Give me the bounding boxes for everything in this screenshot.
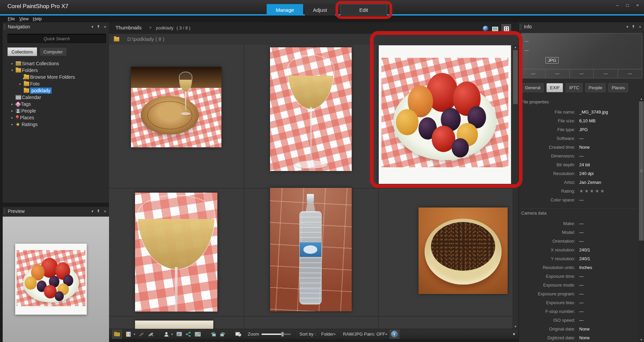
menu-help[interactable]: Help xyxy=(33,16,42,21)
glass-bowl xyxy=(425,219,501,285)
collapse-toolbar-icon[interactable]: ▾ xyxy=(513,332,515,337)
tree-item-folders[interactable]: ▾ Folders xyxy=(3,67,109,74)
expander-icon[interactable]: ▸ xyxy=(18,82,23,86)
minimize-icon[interactable]: – xyxy=(615,3,620,8)
tab-general[interactable]: General xyxy=(521,83,544,92)
menu-view[interactable]: View xyxy=(19,16,29,21)
folder-path: D:\podklady ( 8 ) xyxy=(127,36,164,42)
thumbnail-wine-glass-closeup[interactable] xyxy=(135,193,217,312)
tree-item-foto[interactable]: ▸ Foto xyxy=(3,80,109,87)
table-row: Y resolution:240/1 xyxy=(519,254,637,263)
info-list-button[interactable] xyxy=(124,330,133,339)
close-icon[interactable]: × xyxy=(104,209,106,214)
raw-jpg-pairs-toggle[interactable]: RAW/JPG Pairs: OFF xyxy=(343,332,385,337)
panel-grip[interactable] xyxy=(3,209,6,215)
close-icon[interactable]: × xyxy=(639,24,641,29)
zoom-slider[interactable] xyxy=(262,334,291,335)
quick-review-button[interactable] xyxy=(137,330,146,339)
tree-item-browse-more-folders[interactable]: Browse More Folders xyxy=(3,74,109,80)
tab-places[interactable]: Places xyxy=(608,83,628,92)
tree-item-ratings[interactable]: ▸ ★ Ratings xyxy=(3,121,109,128)
scrollbar-grip xyxy=(640,170,643,172)
panel-menu-icon[interactable]: ▾ xyxy=(91,209,93,214)
tab-collections[interactable]: Collections xyxy=(7,47,37,56)
water-bottle xyxy=(298,194,323,305)
expander-icon[interactable]: ▸ xyxy=(9,102,15,106)
thumbnail-mode-button[interactable] xyxy=(502,24,511,33)
expander-icon[interactable]: ▸ xyxy=(9,123,15,126)
scroll-down-icon[interactable]: ▾ xyxy=(512,324,518,329)
tab-exif[interactable]: EXIF xyxy=(546,83,563,92)
panel-grip[interactable] xyxy=(519,24,522,30)
dropdown-icon[interactable]: ▾ xyxy=(334,333,336,336)
tree-item-tags[interactable]: ▸ Tags xyxy=(3,101,109,107)
thumbnail-water-bottle[interactable] xyxy=(270,188,352,311)
thumbnail-partial[interactable] xyxy=(135,320,213,329)
organizer-icon xyxy=(114,331,120,337)
rating-stars[interactable]: ★★★★★ xyxy=(579,188,606,194)
share-icon xyxy=(185,331,191,337)
tab-people[interactable]: People xyxy=(585,83,606,92)
dropdown-icon[interactable]: ▾ xyxy=(385,333,387,336)
geotag-button[interactable] xyxy=(193,330,203,339)
breadcrumb-folder[interactable]: podklady xyxy=(156,25,173,30)
panel-menu-icon[interactable]: ▾ xyxy=(626,25,628,29)
expander-icon[interactable]: ▾ xyxy=(9,69,15,72)
tab-iptc[interactable]: IPTC xyxy=(566,83,583,92)
close-icon[interactable]: × xyxy=(104,24,106,29)
quick-search-input[interactable] xyxy=(7,34,106,43)
tab-manage[interactable]: Manage xyxy=(267,4,303,16)
tree-item-calendar[interactable]: Calendar xyxy=(3,94,109,101)
pin-icon[interactable] xyxy=(97,25,100,29)
show-organizer-button[interactable] xyxy=(112,330,122,339)
expander-icon[interactable]: ▸ xyxy=(9,116,15,119)
scroll-up-icon[interactable]: ▴ xyxy=(512,45,518,49)
table-row: Original date:None xyxy=(519,324,637,333)
tree-item-people[interactable]: ▸ People xyxy=(3,107,109,114)
dropdown-icon[interactable]: ▾ xyxy=(134,333,135,336)
table-row: X resolution:240/1 xyxy=(519,245,637,254)
expander-icon[interactable]: ▸ xyxy=(9,109,15,113)
tree-item-smart-collections[interactable]: ▸ Smart Collections xyxy=(3,60,109,67)
export-frame-button[interactable] xyxy=(174,330,184,339)
preview-mode-icon[interactable] xyxy=(492,27,498,31)
folder-group-bar[interactable]: D:\podklady ( 8 ) xyxy=(109,34,518,45)
tab-edit[interactable]: Edit xyxy=(340,4,387,16)
menu-file[interactable]: File xyxy=(8,16,15,21)
info-toggle-button[interactable]: i xyxy=(390,330,399,339)
tree-item-podklady[interactable]: podklady xyxy=(3,87,109,94)
grid-divider xyxy=(109,316,512,317)
batch-edit-button[interactable] xyxy=(146,330,156,339)
table-row: Resolution:240 dpi xyxy=(519,169,637,178)
thumbnail-fruit-plate[interactable] xyxy=(379,45,511,184)
tree-item-places[interactable]: ▸ Places xyxy=(3,114,109,121)
tab-computer[interactable]: Computer xyxy=(39,47,67,56)
maximize-icon[interactable]: □ xyxy=(625,3,630,8)
scrollbar-thumb[interactable] xyxy=(513,50,518,104)
expander-icon[interactable]: ▸ xyxy=(9,62,15,65)
share-button[interactable] xyxy=(184,330,193,339)
thumbnail-wooden-plate-wine[interactable] xyxy=(131,67,221,147)
close-icon[interactable]: × xyxy=(635,3,640,8)
sort-by-value[interactable]: Folder xyxy=(321,332,334,337)
dropdown-icon[interactable]: ▾ xyxy=(171,333,173,336)
panel-grip[interactable] xyxy=(3,24,6,30)
thumbnail-wine-glass[interactable] xyxy=(270,47,352,171)
slider-thumb[interactable] xyxy=(281,332,284,337)
scroll-up-icon[interactable]: ▴ xyxy=(639,96,644,101)
tab-adjust[interactable]: Adjust xyxy=(305,4,335,16)
rotate-left-button[interactable] xyxy=(209,330,218,339)
thumbnail-coffee-beans[interactable] xyxy=(419,207,508,294)
breadcrumb-root[interactable]: Thumbnails xyxy=(115,25,142,30)
rotate-left-icon xyxy=(210,331,217,337)
browse-folders-icon xyxy=(24,75,29,79)
scroll-down-icon[interactable]: ▾ xyxy=(639,337,644,342)
panel-menu-icon[interactable]: ▾ xyxy=(91,25,93,29)
capture-time-button[interactable] xyxy=(234,330,243,339)
people-tag-button[interactable] xyxy=(162,330,171,339)
rotate-right-button[interactable] xyxy=(218,330,227,339)
pin-icon[interactable] xyxy=(632,25,635,29)
map-view-icon[interactable] xyxy=(483,26,489,32)
scrollbar-thumb[interactable] xyxy=(639,101,644,241)
pin-icon[interactable] xyxy=(97,209,100,214)
